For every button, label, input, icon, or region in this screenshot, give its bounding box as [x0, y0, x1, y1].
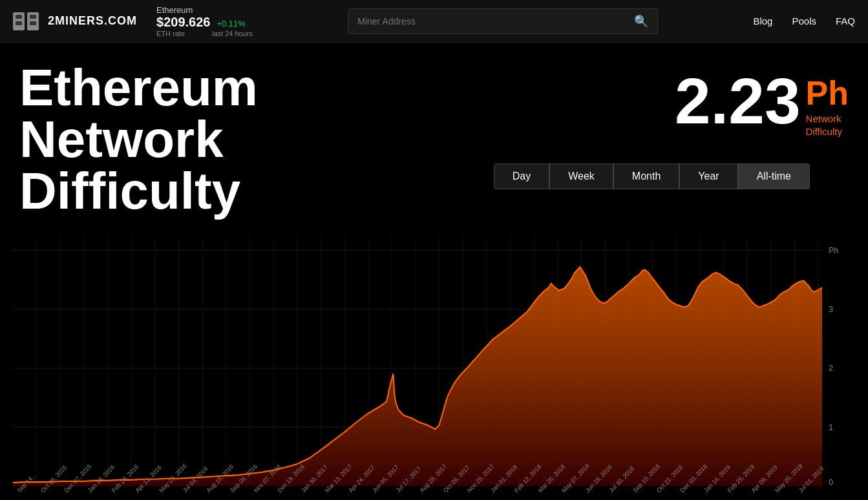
- logo-icon: [13, 10, 41, 33]
- main-content: Ethereum Network Difficulty 2.23 Ph Netw…: [0, 43, 868, 500]
- top-section: Ethereum Network Difficulty 2.23 Ph Netw…: [19, 62, 849, 217]
- eth-change: +0.11%: [217, 19, 245, 28]
- period-buttons: Day Week Month Year All-time: [494, 163, 810, 189]
- search-input[interactable]: [357, 16, 634, 26]
- y-label-1: 1: [829, 422, 833, 432]
- eth-price: $209.626: [156, 15, 210, 30]
- period-month[interactable]: Month: [613, 163, 679, 189]
- change-label: last 24 hours: [212, 30, 253, 37]
- nav-faq[interactable]: FAQ: [836, 16, 855, 26]
- difficulty-unit-col: Ph Network Difficulty: [806, 68, 849, 138]
- nav-links: Blog Pools FAQ: [753, 16, 855, 26]
- chart-svg: Ph 3 2 1 0 Sep 14... Oct 26, 2015 Dec 07…: [13, 236, 855, 500]
- page-title-line2: Network: [19, 110, 224, 168]
- header: 2MINERS.COM Ethereum $209.626 +0.11% ETH…: [0, 0, 868, 43]
- y-label-0: 0: [829, 478, 833, 487]
- y-label-3: 3: [829, 305, 833, 314]
- page-title-line3: Difficulty: [19, 162, 240, 220]
- page-title-line1: Ethereum: [19, 59, 258, 116]
- period-day[interactable]: Day: [494, 163, 549, 189]
- difficulty-display: 2.23 Ph Network Difficulty: [675, 68, 849, 138]
- period-alltime[interactable]: All-time: [738, 163, 810, 189]
- nav-pools[interactable]: Pools: [792, 16, 816, 26]
- y-label-ph: Ph: [829, 245, 838, 255]
- nav-blog[interactable]: Blog: [753, 16, 772, 26]
- y-label-2: 2: [829, 364, 833, 373]
- chart-wrapper: Ph 3 2 1 0 Sep 14... Oct 26, 2015 Dec 07…: [13, 236, 855, 500]
- svg-rect-5: [30, 21, 36, 25]
- search-box[interactable]: 🔍: [348, 8, 658, 34]
- svg-rect-2: [16, 21, 22, 25]
- logo-area: 2MINERS.COM: [13, 10, 137, 33]
- eth-info: Ethereum $209.626 +0.11% ETH rate last 2…: [156, 5, 253, 37]
- logo-text: 2MINERS.COM: [48, 14, 137, 28]
- difficulty-unit: Ph: [806, 76, 849, 110]
- chart-area: [13, 267, 822, 486]
- search-icon: 🔍: [634, 14, 648, 28]
- page-title: Ethereum Network Difficulty: [19, 62, 258, 217]
- svg-rect-4: [30, 15, 36, 19]
- period-week[interactable]: Week: [549, 163, 613, 189]
- difficulty-label: Network Difficulty: [806, 112, 849, 138]
- period-year[interactable]: Year: [679, 163, 737, 189]
- difficulty-value: 2.23: [675, 68, 801, 133]
- svg-rect-1: [16, 15, 22, 19]
- coin-name: Ethereum: [156, 5, 253, 15]
- search-area: 🔍: [266, 8, 740, 34]
- right-section: 2.23 Ph Network Difficulty Day Week Mont…: [494, 62, 849, 189]
- price-label: ETH rate: [156, 30, 185, 37]
